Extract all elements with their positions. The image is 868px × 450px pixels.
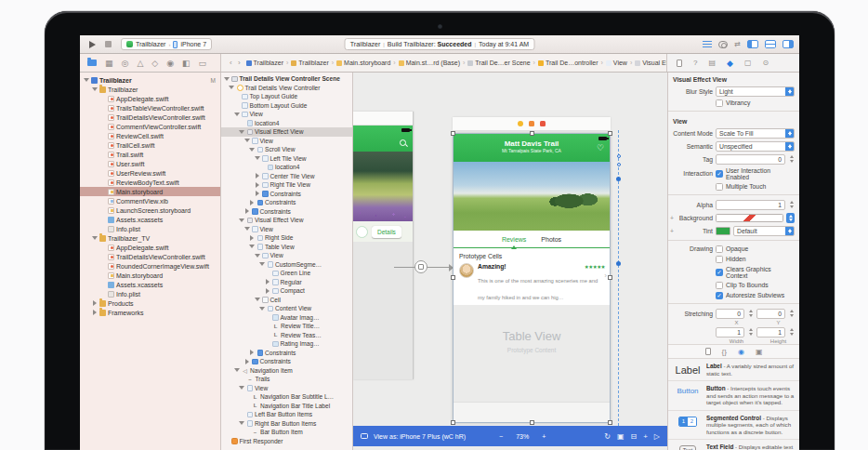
outline-row[interactable]: LReview Title… bbox=[221, 322, 352, 331]
clip-to-bounds-checkbox[interactable] bbox=[716, 282, 723, 289]
jumpbar-crumb[interactable]: Main.st…rd (Base) bbox=[399, 60, 460, 66]
outline-row[interactable]: Bottom Layout Guide bbox=[221, 101, 352, 111]
stop-button[interactable] bbox=[105, 41, 112, 47]
pin-constraints-icon[interactable]: + bbox=[643, 432, 648, 441]
file-row[interactable]: Products bbox=[80, 298, 220, 308]
identity-inspector-icon[interactable]: ▤ bbox=[708, 59, 716, 67]
disclosure-triangle[interactable] bbox=[254, 182, 260, 188]
library-item[interactable]: 12Segmented Control - Displays multiple … bbox=[668, 411, 799, 441]
file-row[interactable]: Info.plist bbox=[80, 224, 220, 233]
zoom-out-button[interactable]: − bbox=[499, 433, 503, 440]
constraint-dot[interactable] bbox=[616, 177, 621, 181]
issue-navigator-icon[interactable]: △ bbox=[137, 59, 143, 68]
tab-reviews[interactable]: Reviews bbox=[502, 236, 526, 243]
connections-inspector-icon[interactable]: ⊙ bbox=[763, 59, 769, 67]
disclosure-triangle[interactable] bbox=[264, 288, 270, 294]
stretch-y-field[interactable]: 0 bbox=[756, 309, 785, 319]
file-row[interactable]: TrailsTableViewController.swift bbox=[80, 103, 220, 112]
file-row[interactable]: TrailDetailsViewController.swift bbox=[80, 112, 220, 122]
library-item[interactable]: ButtonButton - Intercepts touch events a… bbox=[668, 381, 799, 411]
outline-row[interactable]: View bbox=[221, 110, 352, 119]
jumpbar-crumb[interactable]: Main.storyboard bbox=[336, 60, 390, 66]
outline-row[interactable]: Constraints bbox=[221, 198, 352, 207]
debug-navigator-icon[interactable]: ◉ bbox=[166, 59, 174, 68]
background-color-well[interactable] bbox=[716, 214, 783, 222]
disclosure-triangle[interactable] bbox=[229, 86, 235, 89]
file-row[interactable]: RoundedCornerImageView.swift bbox=[80, 261, 220, 271]
vibrancy-checkbox[interactable] bbox=[716, 99, 723, 107]
trail-details-view-controller[interactable]: Matt Davis Trail Mt Tamalpais State Park… bbox=[453, 133, 611, 423]
file-row[interactable]: Assets.xcassets bbox=[80, 280, 220, 289]
outline-row[interactable]: Constraints bbox=[221, 357, 352, 366]
outline-row[interactable]: Rating Imag… bbox=[221, 339, 352, 349]
outline-row[interactable]: Content View bbox=[221, 304, 352, 313]
disclosure-triangle[interactable] bbox=[239, 386, 245, 390]
stepper-icon[interactable] bbox=[747, 328, 754, 336]
exit-icon[interactable] bbox=[540, 121, 546, 126]
outline-row[interactable]: Table View bbox=[221, 243, 352, 252]
file-row[interactable]: Trailblazer bbox=[80, 85, 220, 94]
outline-row[interactable]: Trail Details View Controller bbox=[221, 84, 352, 93]
outline-row[interactable]: View bbox=[221, 251, 352, 260]
segue-arrow[interactable] bbox=[394, 260, 454, 273]
view-controller-icon[interactable] bbox=[518, 121, 523, 126]
autoresize-checkbox[interactable] bbox=[716, 292, 723, 299]
disclosure-triangle[interactable] bbox=[239, 421, 245, 425]
outline-row[interactable]: Scroll View bbox=[221, 145, 352, 154]
multiple-touch-checkbox[interactable] bbox=[716, 183, 723, 191]
review-cell[interactable]: Amazing! ★★★★★ This is one of the most a… bbox=[454, 262, 610, 303]
add-attribute-icon[interactable]: + bbox=[670, 228, 674, 234]
disclosure-triangle[interactable] bbox=[249, 350, 256, 355]
content-mode-dropdown[interactable]: Scale To Fill bbox=[716, 128, 795, 139]
toggle-navigator-icon[interactable] bbox=[747, 40, 758, 48]
disclosure-triangle[interactable] bbox=[254, 173, 260, 179]
disclosure-triangle[interactable] bbox=[243, 227, 250, 231]
disclosure-triangle[interactable] bbox=[239, 130, 245, 134]
outline-row[interactable]: Compact bbox=[221, 286, 352, 296]
assistant-editor-icon[interactable] bbox=[718, 41, 728, 48]
constraint-anchor[interactable] bbox=[617, 163, 621, 166]
file-row[interactable]: LaunchScreen.storyboard bbox=[80, 205, 220, 215]
jump-bar[interactable]: ‹ › Trailblazer›Trailblazer›Main.storybo… bbox=[221, 54, 667, 72]
stepper-icon[interactable] bbox=[788, 310, 795, 317]
tag-field[interactable]: 0 bbox=[716, 154, 785, 165]
first-responder-icon[interactable] bbox=[529, 121, 534, 126]
file-row[interactable]: CommentView.xib bbox=[80, 196, 220, 205]
file-row[interactable]: TrailCell.swift bbox=[80, 140, 220, 150]
search-icon[interactable] bbox=[400, 139, 407, 147]
disclosure-triangle[interactable] bbox=[254, 298, 260, 301]
file-row[interactable]: TrailDetailsViewController.swift bbox=[80, 252, 220, 261]
media-library-icon[interactable]: ▣ bbox=[756, 348, 763, 356]
outline-row[interactable]: Green Line bbox=[221, 269, 352, 278]
stretch-height-field[interactable]: 1 bbox=[756, 327, 785, 338]
file-row[interactable]: Frameworks bbox=[80, 308, 220, 317]
align-icon[interactable]: ⊟ bbox=[630, 432, 637, 441]
disclosure-triangle[interactable] bbox=[239, 218, 245, 222]
version-editor-icon[interactable]: ⇄ bbox=[734, 41, 741, 48]
outline-row[interactable]: –Trails bbox=[221, 375, 352, 384]
file-row[interactable]: Main.storyboard bbox=[80, 271, 220, 280]
disclosure-triangle[interactable] bbox=[91, 236, 98, 240]
jumpbar-crumb[interactable]: Visual Effect View bbox=[635, 60, 667, 66]
outline-row[interactable]: Constraints bbox=[221, 207, 352, 217]
disclosure-triangle[interactable] bbox=[249, 235, 256, 241]
jumpbar-crumb[interactable]: Trail De…ontroller bbox=[538, 60, 598, 66]
storyboard-canvas[interactable]: Details Matt Davis Trail Mt Tam bbox=[353, 73, 667, 450]
standard-editor-icon[interactable] bbox=[703, 41, 712, 48]
constraint-anchor[interactable] bbox=[617, 154, 621, 158]
library-item[interactable]: TextText Field - Displays editable text … bbox=[668, 440, 799, 450]
outline-row[interactable]: Left Tile View bbox=[221, 154, 352, 164]
user-interaction-checkbox[interactable] bbox=[716, 170, 723, 178]
outline-row[interactable]: LNavigation Bar Subtitle L… bbox=[221, 392, 352, 402]
disclosure-triangle[interactable] bbox=[254, 191, 260, 196]
semantic-dropdown[interactable]: Unspecified bbox=[716, 141, 795, 152]
disclosure-triangle[interactable] bbox=[259, 307, 266, 311]
outline-row[interactable]: View bbox=[221, 137, 352, 146]
outline-row[interactable]: First Responder bbox=[221, 437, 352, 446]
segue-icon[interactable] bbox=[414, 260, 427, 273]
file-inspector-icon[interactable] bbox=[677, 60, 682, 67]
file-row[interactable]: Trail.swift bbox=[80, 150, 220, 159]
size-inspector-icon[interactable]: ▢ bbox=[744, 59, 752, 67]
stretch-x-field[interactable]: 0 bbox=[716, 309, 744, 319]
disclosure-triangle[interactable] bbox=[91, 310, 98, 315]
